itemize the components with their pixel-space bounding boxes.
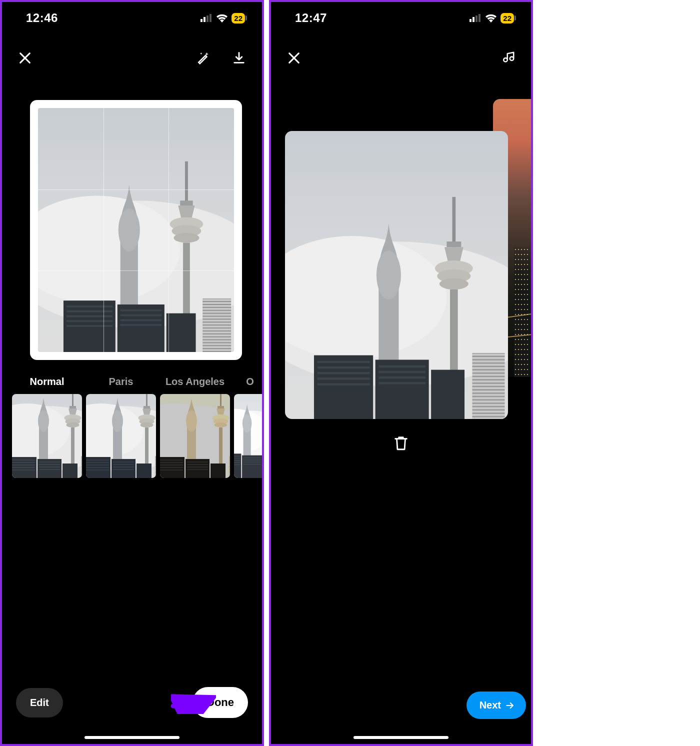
- filter-label: O: [246, 376, 254, 389]
- close-button[interactable]: [285, 49, 303, 67]
- home-indicator[interactable]: [84, 736, 180, 739]
- svg-rect-28: [206, 16, 208, 22]
- cellular-icon: [470, 14, 482, 22]
- editor-nav: [2, 42, 262, 74]
- filter-los-angeles[interactable]: Los Angeles: [160, 376, 230, 481]
- edit-button[interactable]: Edit: [16, 688, 63, 718]
- screen-filter-editor: 12:46 22 No: [0, 0, 264, 746]
- filter-thumb-image: [86, 394, 156, 478]
- editor-bottom-bar: Edit Done: [16, 685, 248, 720]
- delete-button[interactable]: [391, 433, 411, 453]
- svg-rect-27: [204, 17, 206, 22]
- battery-indicator: 22: [500, 13, 514, 24]
- svg-rect-33: [478, 14, 480, 22]
- close-button[interactable]: [16, 49, 34, 67]
- photo-preview[interactable]: [30, 100, 242, 360]
- status-bar: 12:47 22: [271, 2, 531, 34]
- svg-rect-26: [200, 19, 202, 22]
- grid-line: [104, 108, 104, 352]
- preview-nav: [271, 42, 531, 74]
- svg-rect-32: [476, 16, 478, 22]
- svg-rect-29: [210, 14, 212, 22]
- screen-carousel-preview: 12:47 22 Next: [269, 0, 533, 746]
- filter-strip[interactable]: Normal Paris Los Angeles O: [12, 376, 262, 481]
- filter-more[interactable]: O: [234, 376, 262, 481]
- grid-line: [168, 108, 169, 352]
- trash-icon: [392, 434, 410, 452]
- close-icon: [287, 51, 301, 65]
- filter-thumb-image: [12, 394, 82, 478]
- grid-line: [38, 190, 234, 190]
- magic-wand-icon: [196, 50, 210, 66]
- status-time: 12:46: [26, 11, 58, 25]
- status-time: 12:47: [295, 11, 327, 25]
- filter-label: Paris: [109, 376, 134, 389]
- status-indicators: 22: [200, 13, 245, 24]
- preview-image: [38, 108, 234, 352]
- grid-line: [38, 270, 234, 271]
- svg-rect-31: [472, 17, 474, 22]
- music-button[interactable]: [499, 49, 517, 67]
- magic-enhance-button[interactable]: [194, 49, 212, 67]
- music-icon: [500, 50, 516, 66]
- home-indicator[interactable]: [354, 736, 448, 739]
- filter-label: Normal: [30, 376, 64, 389]
- cellular-icon: [200, 14, 212, 22]
- download-icon: [232, 51, 246, 65]
- close-icon: [18, 51, 32, 65]
- status-indicators: 22: [470, 13, 514, 24]
- arrow-right-icon: [505, 700, 515, 710]
- filter-thumb-image: [160, 394, 230, 478]
- next-button[interactable]: Next: [466, 692, 526, 719]
- filter-normal[interactable]: Normal: [12, 376, 82, 481]
- wifi-icon: [216, 14, 228, 22]
- current-image: [285, 131, 508, 419]
- next-button-label: Next: [480, 700, 501, 711]
- status-bar: 12:46 22: [2, 2, 262, 34]
- filter-paris[interactable]: Paris: [86, 376, 156, 481]
- battery-indicator: 22: [232, 13, 245, 24]
- filter-thumb-image: [234, 394, 262, 478]
- filter-label: Los Angeles: [166, 376, 224, 389]
- wifi-icon: [485, 14, 497, 22]
- svg-rect-30: [470, 19, 472, 22]
- carousel-current-item[interactable]: [285, 131, 508, 419]
- done-button[interactable]: Done: [192, 687, 248, 718]
- download-button[interactable]: [230, 49, 248, 67]
